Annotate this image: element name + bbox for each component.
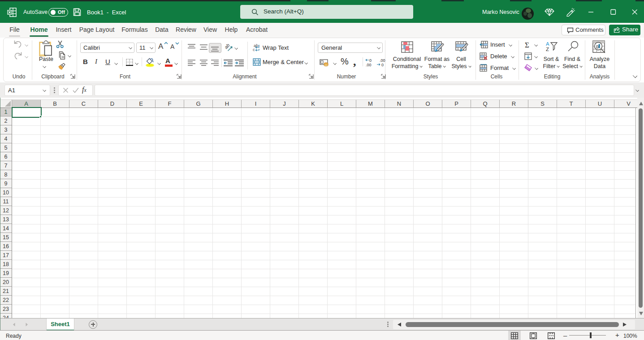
- svg-text:0: 0: [381, 63, 384, 67]
- svg-text:0: 0: [369, 58, 372, 63]
- svg-text:A: A: [546, 41, 549, 47]
- svg-text:.00: .00: [366, 63, 372, 67]
- svg-text:Z: Z: [546, 47, 549, 52]
- svg-text:c: c: [253, 47, 255, 52]
